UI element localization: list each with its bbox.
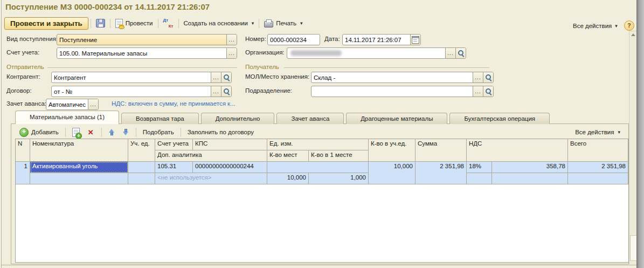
mol-input[interactable] (311, 72, 473, 83)
cell-qty-acc[interactable]: 10,000 (369, 162, 416, 184)
col-header-account[interactable]: Счет учета (155, 139, 193, 150)
col-header-kps[interactable]: КПС (193, 139, 267, 150)
tab-material-stocks[interactable]: Материальные запасы (1) (15, 111, 119, 124)
tab-advance-offset[interactable]: Зачет аванса (276, 113, 344, 124)
all-actions-button[interactable]: Все действия (573, 23, 612, 29)
account-input[interactable] (57, 48, 226, 58)
counterparty-input[interactable] (52, 72, 211, 83)
create-based-on-button[interactable]: Создать на основании ▾ (181, 19, 257, 28)
number-input[interactable] (268, 35, 320, 45)
col-header-qty-per-place[interactable]: К-во в 1 месте (309, 150, 369, 162)
delete-icon: ✕ (87, 128, 95, 136)
copy-row-button[interactable] (70, 127, 82, 138)
cell-nomenclature-selected[interactable]: Активированный уголь (30, 162, 128, 173)
move-down-button[interactable] (120, 127, 132, 137)
col-header-n[interactable]: N (16, 139, 30, 162)
advance-offset-input[interactable] (46, 99, 88, 109)
cell-total[interactable]: 2 351,98 (568, 162, 628, 173)
debit-credit-button[interactable]: Дт Кт (161, 18, 176, 29)
move-up-button[interactable] (106, 127, 118, 137)
help-button[interactable]: ? (624, 20, 634, 31)
cell-vat-amount[interactable]: 358,78 (492, 162, 568, 173)
contract-input[interactable] (52, 86, 211, 97)
counterparty-lookup-button[interactable] (221, 72, 231, 83)
department-lookup-button[interactable] (483, 86, 493, 97)
organization-lookup-button[interactable] (455, 48, 466, 58)
receipt-type-ellipsis-button[interactable]: ... (226, 35, 237, 45)
cell-vat-rate-tail[interactable] (467, 173, 492, 184)
col-header-acc-unit[interactable]: Уч. ед. (128, 139, 155, 162)
cell-kps[interactable]: 00000000000000244 (193, 162, 267, 173)
mol-lookup-button[interactable] (483, 72, 493, 83)
vat-note-link[interactable]: НДС: включен в сумму, не принимается к..… (112, 100, 236, 107)
items-grid[interactable]: N Номенклатура Уч. ед. Счет учета КПС Ед… (15, 139, 629, 263)
date-calendar-button[interactable] (410, 35, 420, 45)
cell-qty-per-place[interactable]: 1,000 (309, 173, 369, 184)
department-input[interactable] (311, 86, 473, 97)
toolbar-divider (158, 19, 158, 28)
department-ellipsis-button[interactable]: ... (473, 86, 483, 97)
cell-account[interactable]: 105.31 (155, 162, 193, 173)
tab-strip: Материальные запасы (1) Возвратная тара … (15, 111, 552, 124)
tab-precious-materials[interactable]: Драгоценные материалы (346, 113, 447, 124)
advance-offset-ellipsis-button[interactable]: ... (88, 99, 98, 109)
vertical-scrollbar[interactable] (629, 31, 636, 264)
table-all-actions-button[interactable]: Все действия ▾ (572, 128, 623, 136)
contract-lookup-button[interactable] (221, 86, 231, 97)
cell-acc-unit-tail[interactable] (128, 173, 155, 184)
chevron-down-icon: ▾ (300, 20, 303, 26)
cell-n[interactable]: 1 (16, 162, 30, 184)
table-toolbar: + Добавить ✕ Подобрать Заполнить по дого… (17, 126, 623, 138)
col-header-amount[interactable]: Сумма (416, 139, 467, 162)
cell-acc-unit[interactable] (128, 162, 155, 173)
receipt-type-input[interactable] (57, 35, 226, 45)
organization-input[interactable] (342, 48, 445, 58)
cell-extra-analytics[interactable]: <не используется> (155, 173, 267, 184)
tab-panel: + Добавить ✕ Подобрать Заполнить по дого… (11, 123, 629, 264)
col-header-qty-acc[interactable]: К-во в уч.ед. (369, 139, 416, 162)
col-header-qty-places[interactable]: К-во мест (267, 150, 309, 162)
cell-qty-places[interactable]: 10,000 (267, 173, 309, 184)
organization-ellipsis-button[interactable]: ... (445, 48, 455, 58)
cell-vat-amount-tail[interactable] (492, 173, 568, 184)
copy-icon (72, 128, 80, 137)
cell-total-tail[interactable] (568, 173, 628, 184)
advance-offset-field: ... (46, 99, 99, 110)
pick-button[interactable]: Подобрать (140, 128, 177, 136)
counterparty-ellipsis-button[interactable]: ... (211, 72, 221, 83)
delete-row-button[interactable]: ✕ (84, 127, 98, 138)
col-header-unit[interactable]: Ед. изм. (267, 139, 369, 150)
fill-by-contract-button[interactable]: Заполнить по договору (185, 128, 257, 136)
window-border-bottom (2, 265, 636, 265)
date-input[interactable] (343, 35, 410, 45)
cell-vat-rate[interactable]: 18% (467, 162, 492, 173)
credit-label: Кт (169, 24, 174, 29)
post-button[interactable]: Провести (113, 18, 156, 29)
tab-returnable-packaging[interactable]: Возвратная тара (121, 113, 199, 124)
magnifier-icon (223, 74, 230, 81)
tab-additional[interactable]: Дополнительно (201, 113, 275, 124)
cell-amount[interactable]: 2 351,98 (416, 162, 467, 184)
department-label: Подразделение: (245, 86, 292, 96)
col-header-extra-analytics[interactable]: Доп. аналитика (155, 150, 267, 162)
chevron-down-icon: ▾ (252, 20, 254, 26)
print-label: Печать (276, 20, 296, 26)
mol-ellipsis-button[interactable]: ... (473, 72, 483, 83)
items-table: N Номенклатура Уч. ед. Счет учета КПС Ед… (15, 139, 628, 184)
printer-icon (264, 21, 273, 28)
scroll-up-icon[interactable] (631, 33, 635, 36)
save-button[interactable] (93, 18, 108, 29)
cell-unit[interactable] (267, 162, 369, 173)
add-row-button[interactable]: + Добавить (17, 127, 61, 138)
tab-accounting-operation[interactable]: Бухгалтерская операция (449, 113, 550, 124)
post-and-close-button[interactable]: Провести и закрыть (4, 17, 88, 30)
toolbar-divider (178, 19, 179, 28)
col-header-total[interactable]: Всего (568, 139, 628, 162)
col-header-nomenclature[interactable]: Номенклатура (30, 139, 128, 162)
account-ellipsis-button[interactable]: ... (226, 48, 237, 58)
cell-nomenclature-tail[interactable] (30, 173, 128, 184)
toolbar-divider (259, 19, 259, 28)
col-header-vat[interactable]: НДС (467, 139, 568, 162)
contract-ellipsis-button[interactable]: ... (211, 86, 221, 97)
print-button[interactable]: Печать ▾ (261, 18, 305, 29)
